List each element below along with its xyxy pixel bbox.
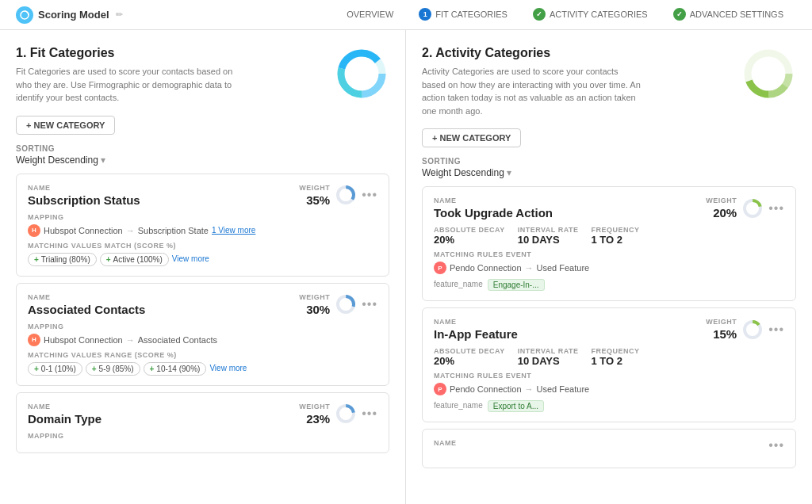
fit-panel-info: 1. Fit Categories Fit Categories are use…	[16, 46, 238, 105]
activity-mapping-2: P Pendo Connection → Used Feature	[434, 383, 784, 395]
activity-weight-label-2: WEIGHT	[706, 318, 737, 326]
activity-card-title-1: Took Upgrade Action	[434, 206, 706, 220]
hubspot-icon-2: H	[28, 334, 40, 346]
activity-weight-label-1: WEIGHT	[706, 197, 737, 204]
activity-dots-menu-3[interactable]: •••	[768, 439, 784, 452]
weight-label-2: WEIGHT	[299, 293, 330, 301]
tab-fit-categories[interactable]: 1 FIT CATEGORIES	[406, 0, 520, 30]
tag-1014: +10-14 (90%)	[144, 362, 207, 376]
activity-card-upgrade-action: NAME Took Upgrade Action WEIGHT 20% •••	[422, 186, 796, 301]
fit-sorting-select[interactable]: Weight Descending	[16, 155, 105, 166]
weight-value-3: 23%	[299, 412, 330, 426]
mapping-source-1: Hubspot Connection	[44, 226, 123, 235]
meta-interval-rate-2: INTERVAL RATE 10 DAYS	[518, 347, 579, 367]
activity-weight-value-1: 20%	[706, 206, 737, 220]
activity-card-header-1: NAME Took Upgrade Action WEIGHT 20% •••	[434, 197, 784, 220]
activity-weight-value-2: 15%	[706, 327, 737, 341]
weight-label-1: WEIGHT	[299, 184, 330, 192]
mapping-target-1: Subscription State	[138, 226, 209, 235]
card-name-col-3: NAME Domain Type	[28, 403, 299, 426]
activity-event-2: Used Feature	[537, 384, 590, 394]
activity-sorting-row: SORTING Weight Descending	[422, 157, 796, 178]
card-title-3: Domain Type	[28, 412, 299, 426]
card-name-col-1: NAME Subscription Status	[28, 184, 299, 207]
hubspot-icon-1: H	[28, 224, 40, 237]
mapping-link-1[interactable]: 1 View more	[212, 226, 255, 235]
fit-card-associated-contacts: NAME Associated Contacts WEIGHT 30% •••	[16, 283, 389, 386]
fit-categories-panel: 1. Fit Categories Fit Categories are use…	[0, 30, 406, 504]
weight-arc-1	[335, 184, 357, 206]
activity-new-category-button[interactable]: + NEW CATEGORY	[422, 128, 521, 147]
overview-label: OVERVIEW	[347, 10, 393, 19]
mapping-target-2: Associated Contacts	[138, 335, 217, 345]
activity-meta-row-1: ABSOLUTE DECAY 20% INTERVAL RATE 10 DAYS…	[434, 226, 784, 246]
card-title-1: Subscription Status	[28, 193, 299, 207]
activity-card-name-col-2: NAME In-App Feature	[434, 318, 706, 341]
fit-categories-step: 1	[419, 8, 431, 21]
card-dots-menu-1[interactable]: •••	[362, 189, 377, 201]
pendo-icon-2: P	[434, 383, 446, 395]
activity-name-label-2: NAME	[434, 318, 706, 326]
tab-activity-categories[interactable]: ✓ ACTIVITY CATEGORIES	[520, 0, 661, 30]
fit-categories-label: FIT CATEGORIES	[435, 10, 508, 19]
card-dots-menu-2[interactable]: •••	[362, 298, 377, 311]
activity-event-1: Used Feature	[537, 263, 590, 273]
activity-weight-arc-2	[741, 319, 764, 341]
fit-new-category-button[interactable]: + NEW CATEGORY	[16, 116, 115, 135]
card-weight-col-2: WEIGHT 30% •••	[299, 293, 377, 316]
advanced-settings-step: ✓	[673, 8, 686, 21]
fit-card-domain-type: NAME Domain Type WEIGHT 23% •••	[16, 392, 389, 453]
activity-card-header-2: NAME In-App Feature WEIGHT 15% •••	[434, 318, 784, 341]
activity-arrow-1: →	[525, 263, 534, 273]
activity-sorting-label: SORTING	[422, 157, 796, 166]
card-tags-2: +0-1 (10%) +5-9 (85%) +10-14 (90%) View …	[28, 362, 377, 376]
card-name-col-2: NAME Associated Contacts	[28, 293, 299, 316]
activity-card-weight-col-1: WEIGHT 20% •••	[706, 197, 784, 220]
matching-label-1: MATCHING VALUES MATCH (SCORE %)	[28, 242, 377, 250]
activity-panel-title: 2. Activity Categories	[422, 46, 644, 60]
activity-arrow-2: →	[525, 384, 534, 394]
weight-label-3: WEIGHT	[299, 403, 330, 410]
mapping-arrow-2: →	[126, 335, 135, 345]
activity-card-header-3: NAME •••	[434, 439, 784, 452]
top-navigation: Scoring Model ✏ OVERVIEW 1 FIT CATEGORIE…	[0, 0, 812, 30]
scoring-model-title: Scoring Model	[38, 9, 109, 21]
activity-dots-menu-2[interactable]: •••	[768, 323, 784, 336]
name-label-1: NAME	[28, 184, 299, 192]
activity-matching-label-1: MATCHING RULES EVENT	[434, 250, 784, 258]
mapping-label-2: MAPPING	[28, 323, 377, 330]
card-tags-1: +Trialing (80%) +Active (100%) View more	[28, 253, 377, 266]
activity-card-name-col-3: NAME	[434, 439, 768, 447]
tag-active: +Active (100%)	[100, 253, 169, 266]
activity-panel-desc: Activity Categories are used to score yo…	[422, 65, 644, 117]
tab-overview[interactable]: OVERVIEW	[334, 0, 406, 30]
nav-tabs: OVERVIEW 1 FIT CATEGORIES ✓ ACTIVITY CAT…	[334, 0, 796, 30]
activity-panel-header: 2. Activity Categories Activity Categori…	[422, 46, 796, 117]
view-more-1[interactable]: View more	[172, 254, 209, 266]
feature-label-1: feature_name	[434, 280, 483, 288]
card-header-3: NAME Domain Type WEIGHT 23% •••	[28, 403, 377, 426]
card-mapping-2: H Hubspot Connection → Associated Contac…	[28, 334, 377, 346]
fit-panel-header: 1. Fit Categories Fit Categories are use…	[16, 46, 389, 105]
weight-arc-3	[335, 403, 357, 425]
meta-frequency-2: FREQUENCY 1 TO 2	[592, 347, 640, 367]
feature-label-2: feature_name	[434, 401, 483, 410]
activity-meta-row-2: ABSOLUTE DECAY 20% INTERVAL RATE 10 DAYS…	[434, 347, 784, 367]
activity-weight-arc-1	[741, 197, 764, 220]
tab-advanced-settings[interactable]: ✓ ADVANCED SETTINGS	[661, 0, 796, 30]
mapping-source-2: Hubspot Connection	[44, 335, 123, 345]
weight-arc-2	[335, 293, 357, 315]
activity-weight-right-1: WEIGHT 20%	[706, 197, 737, 220]
mapping-label-1: MAPPING	[28, 213, 377, 221]
view-more-2[interactable]: View more	[209, 364, 247, 376]
tag-59: +5-9 (85%)	[86, 362, 140, 376]
meta-interval-rate-1: INTERVAL RATE 10 DAYS	[518, 226, 579, 246]
edit-icon[interactable]: ✏	[116, 10, 123, 20]
card-weight-col-3: WEIGHT 23% •••	[299, 403, 377, 426]
activity-sorting-select[interactable]: Weight Descending	[422, 167, 511, 178]
activity-card-3: NAME •••	[422, 429, 796, 468]
pendo-icon-1: P	[434, 262, 446, 274]
activity-categories-label: ACTIVITY CATEGORIES	[550, 10, 648, 19]
card-dots-menu-3[interactable]: •••	[362, 407, 377, 420]
activity-dots-menu-1[interactable]: •••	[768, 202, 784, 215]
